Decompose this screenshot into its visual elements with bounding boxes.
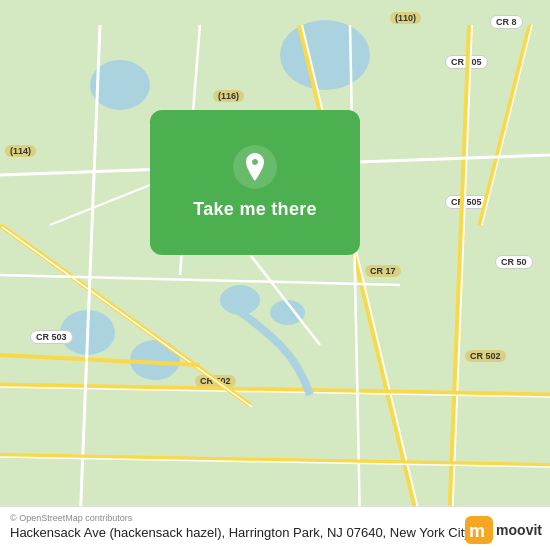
svg-line-2 [480, 25, 530, 225]
map-attribution: © OpenStreetMap contributors [10, 513, 540, 523]
moovit-logo-text: moovit [496, 522, 542, 538]
moovit-logo-icon: m [465, 516, 493, 544]
location-text: Hackensack Ave (hackensack hazel), Harri… [10, 525, 540, 542]
svg-line-15 [0, 275, 400, 285]
location-pin-icon [233, 145, 277, 189]
svg-line-1 [452, 25, 472, 525]
svg-line-10 [0, 355, 200, 365]
svg-line-4 [300, 25, 420, 525]
map-container: (110) CR 8 CR 505 (116) (114) CR 505 CR … [0, 0, 550, 550]
take-me-there-button[interactable]: Take me there [193, 199, 317, 220]
svg-line-3 [482, 25, 532, 225]
callout-overlay: Take me there [150, 110, 360, 255]
svg-text:m: m [469, 521, 485, 541]
road-svg [0, 0, 550, 550]
moovit-logo: m moovit [465, 516, 542, 544]
svg-line-11 [80, 25, 100, 525]
svg-line-6 [0, 385, 550, 395]
svg-line-0 [450, 25, 470, 525]
svg-line-5 [302, 25, 422, 525]
